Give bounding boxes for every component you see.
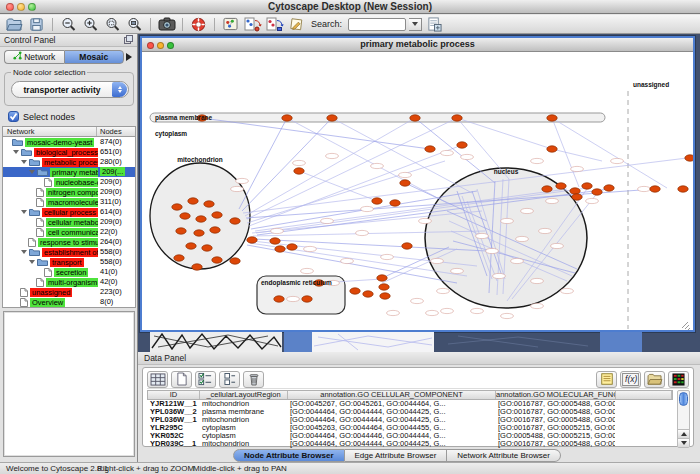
small-node[interactable] — [571, 166, 584, 171]
small-node[interactable] — [516, 236, 529, 241]
window-resize-grip[interactable] — [682, 322, 690, 330]
tree-item-biological-process[interactable]: biological_process651(0) — [3, 147, 135, 157]
selected-node[interactable] — [230, 218, 240, 224]
table-scrollbar[interactable] — [677, 390, 690, 448]
selected-node[interactable] — [188, 198, 198, 204]
selected-node[interactable] — [186, 243, 196, 249]
selected-node[interactable] — [542, 186, 552, 192]
cell-region[interactable]: plasma membrane — [199, 408, 287, 416]
selected-node[interactable] — [380, 293, 390, 299]
small-node[interactable] — [441, 308, 454, 313]
selected-node[interactable] — [570, 188, 580, 194]
selected-node[interactable] — [390, 200, 400, 206]
small-node[interactable] — [287, 296, 300, 301]
selected-node[interactable] — [247, 237, 257, 243]
tree-item-multi-organism-pro[interactable]: multi-organism pro42(0) — [3, 277, 135, 287]
selected-node[interactable] — [327, 115, 337, 121]
small-node[interactable] — [231, 186, 244, 191]
cell-molecular[interactable]: [GO:0016787, GO:0005215, GO:0003824, G..… — [495, 424, 615, 432]
cell-region[interactable]: mitochondrion — [199, 400, 287, 408]
small-node[interactable] — [361, 206, 374, 211]
tab-node-attribute-browser[interactable]: Node Attribute Browser — [233, 449, 345, 462]
small-node[interactable] — [381, 254, 394, 259]
network-overview-icon[interactable] — [221, 16, 240, 33]
tree-item-response-to-stimulu[interactable]: response to stimulu264(0) — [3, 237, 135, 247]
small-node[interactable] — [531, 158, 544, 163]
cell-cellular[interactable]: [GO:0045267, GO:0045261, GO:0044464, G..… — [287, 400, 495, 408]
small-node[interactable] — [437, 288, 450, 293]
small-node[interactable] — [304, 246, 317, 251]
selected-node[interactable] — [212, 212, 222, 218]
selected-node[interactable] — [212, 257, 222, 263]
small-node[interactable] — [531, 278, 544, 283]
tree-item-cellular-metabo[interactable]: cellular metabo209(0) — [3, 217, 135, 227]
column-header-cellularlayoutregion[interactable]: _cellularLayoutRegion — [200, 391, 288, 399]
attribute-table-icon[interactable] — [147, 371, 168, 388]
selected-node[interactable] — [204, 201, 214, 207]
selected-node[interactable] — [547, 115, 557, 121]
snapshot-camera-icon[interactable] — [157, 16, 176, 33]
small-node[interactable] — [521, 208, 534, 213]
table-row-yjr121w-1[interactable]: YJR121W__1mitochondrion[GO:0045267, GO:0… — [147, 400, 673, 408]
tab-network[interactable]: Network — [4, 50, 64, 64]
scrollbar-thumb[interactable] — [679, 392, 688, 406]
network-window[interactable]: primary metabolic process plasma membran… — [140, 36, 695, 332]
tree-expander-icon[interactable] — [21, 210, 27, 217]
selected-node[interactable] — [275, 246, 285, 252]
tree-expander-icon[interactable] — [29, 260, 35, 267]
small-node[interactable] — [493, 273, 506, 278]
small-node[interactable] — [419, 218, 432, 223]
tree-item-cell-communicat[interactable]: cell communicat22(0) — [3, 227, 135, 237]
small-node[interactable] — [271, 228, 284, 233]
selected-node[interactable] — [556, 183, 566, 189]
selected-node[interactable] — [678, 186, 688, 192]
birdseye-panel[interactable] — [3, 311, 135, 457]
column-header-id[interactable]: ID — [148, 391, 200, 399]
selected-node[interactable] — [282, 115, 292, 121]
selected-node[interactable] — [192, 264, 202, 270]
selected-node[interactable] — [172, 204, 182, 210]
unselect-attributes-icon[interactable] — [219, 371, 240, 388]
small-node[interactable] — [371, 163, 384, 168]
selected-node[interactable] — [582, 183, 592, 189]
table-row-ypl036w-1[interactable]: YPL036W__1mitochondrion[GO:0044464, GO:0… — [147, 416, 673, 424]
tree-expander-icon[interactable] — [29, 170, 35, 177]
small-node[interactable] — [293, 160, 306, 165]
small-node[interactable] — [476, 233, 489, 238]
help-lifering-icon[interactable] — [189, 16, 208, 33]
small-node[interactable] — [638, 186, 651, 191]
tree-item-metabolic-process[interactable]: metabolic process280(0) — [3, 157, 135, 167]
tab-edge-attribute-browser[interactable]: Edge Attribute Browser — [345, 449, 448, 462]
tree-item-overview[interactable]: Overview8(0) — [3, 297, 135, 307]
tree-header-network[interactable]: Network — [3, 127, 97, 136]
selected-node[interactable] — [457, 142, 467, 148]
cell-cellular[interactable]: [GO:0044464, GO:0044446, GO:0044444, G..… — [287, 432, 495, 440]
column-header-annotation-go-molecular-function[interactable]: annotation.GO MOLECULAR_FUNCTION — [496, 391, 616, 399]
small-node[interactable] — [387, 310, 400, 315]
small-node[interactable] — [326, 153, 339, 158]
small-node[interactable] — [431, 258, 444, 263]
table-row-ydr039c-1[interactable]: YDR039C__1mitochondrion[GO:0044464, GO:0… — [147, 440, 673, 448]
selected-node[interactable] — [302, 296, 312, 302]
cell-molecular[interactable]: [GO:0016787, GO:0005488, GO:0005215, G..… — [495, 416, 615, 424]
small-node[interactable] — [486, 248, 499, 253]
selected-node[interactable] — [363, 291, 373, 297]
cell-cellular[interactable]: [GO:0044464, GO:0044444, GO:0044425, G..… — [287, 416, 495, 424]
tree-item-unassigned[interactable]: unassigned223(0) — [3, 287, 135, 297]
cell-id[interactable]: YPL036W__1 — [147, 416, 199, 424]
selected-node[interactable] — [230, 258, 240, 264]
small-node[interactable] — [321, 218, 334, 223]
annotation-icon[interactable] — [287, 16, 306, 33]
attribute-editor-icon[interactable] — [596, 371, 617, 388]
selected-node[interactable] — [372, 198, 382, 204]
float-panel-icon[interactable] — [124, 35, 133, 46]
tab-mosaic[interactable]: Mosaic — [64, 50, 125, 64]
small-node[interactable] — [511, 258, 524, 263]
small-node[interactable] — [426, 310, 439, 315]
selected-node[interactable] — [350, 288, 360, 294]
selected-node[interactable] — [180, 213, 190, 219]
selected-node[interactable] — [547, 146, 557, 152]
tree-expander-icon[interactable] — [21, 160, 27, 167]
function-builder-icon[interactable]: f(x) — [620, 371, 641, 388]
cell-molecular[interactable]: [GO:0016787, GO:0005488, GO:0005215, G..… — [495, 400, 615, 408]
